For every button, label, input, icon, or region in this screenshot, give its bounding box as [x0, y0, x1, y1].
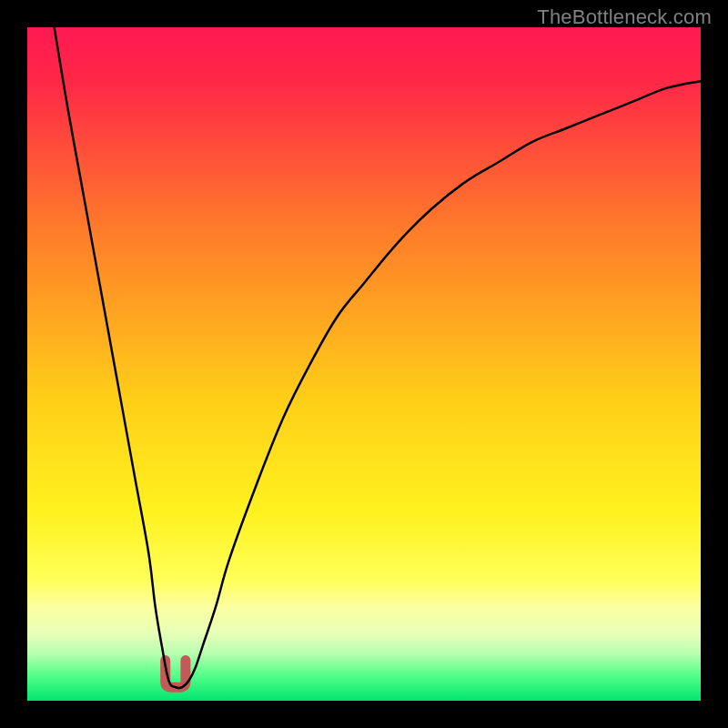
gradient-background: [27, 27, 701, 701]
watermark-text: TheBottleneck.com: [537, 5, 712, 29]
plot-svg: [27, 27, 701, 701]
chart-frame: TheBottleneck.com: [0, 0, 728, 728]
plot-area: [27, 27, 701, 701]
